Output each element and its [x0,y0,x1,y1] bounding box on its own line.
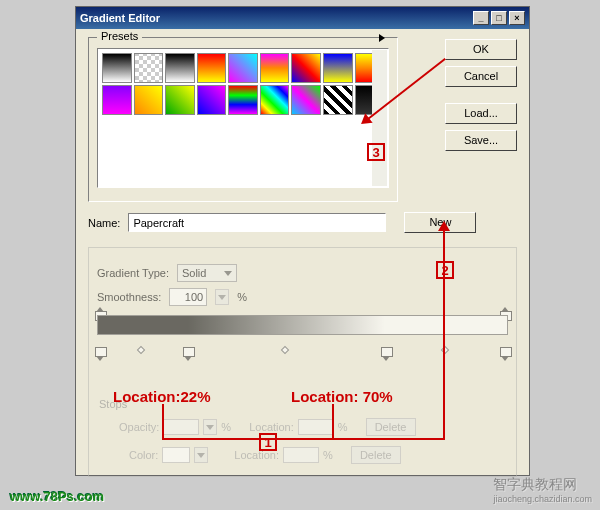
preset-swatch[interactable] [323,53,353,83]
color-location-input[interactable] [283,447,319,463]
opacity-input[interactable] [163,419,199,435]
minimize-button[interactable]: _ [473,11,489,25]
gradient-settings-group: Gradient Type: Solid Smoothness: % [88,247,517,477]
color-stop[interactable] [95,343,105,357]
color-label: Color: [129,449,158,461]
name-input[interactable] [128,213,386,232]
close-button[interactable]: × [509,11,525,25]
watermark-text: 智字典教程网 jiaocheng.chazidian.com [493,476,592,504]
preset-swatch[interactable] [291,53,321,83]
midpoint-marker[interactable] [441,346,449,354]
preset-swatch[interactable] [134,53,164,83]
preset-swatch[interactable] [260,53,290,83]
preset-swatch[interactable] [165,53,195,83]
preset-swatch[interactable] [197,53,227,83]
preset-swatch[interactable] [134,85,164,115]
smoothness-input[interactable] [169,288,207,306]
presets-label: Presets [97,30,142,42]
location-label: Location: [234,449,279,461]
load-button[interactable]: Load... [445,103,517,124]
preset-swatch[interactable] [228,53,258,83]
preset-swatch[interactable] [102,53,132,83]
new-button[interactable]: New [404,212,476,233]
opacity-stepper[interactable] [203,419,217,435]
maximize-button[interactable]: □ [491,11,507,25]
save-button[interactable]: Save... [445,130,517,151]
color-stop[interactable] [381,343,391,357]
preset-swatch[interactable] [323,85,353,115]
presets-group: Presets [88,37,398,202]
gradient-type-label: Gradient Type: [97,267,169,279]
midpoint-marker[interactable] [281,346,289,354]
color-swatch[interactable] [162,447,190,463]
preset-swatches [97,48,389,188]
delete-opacity-stop-button[interactable]: Delete [366,418,416,436]
preset-swatch[interactable] [228,85,258,115]
titlebar[interactable]: Gradient Editor _ □ × [76,7,529,29]
ok-button[interactable]: OK [445,39,517,60]
window-title: Gradient Editor [80,12,471,24]
preset-swatch[interactable] [165,85,195,115]
smoothness-stepper[interactable] [215,289,229,305]
watermark-logo: www.78Ps.com [10,489,104,504]
smoothness-unit: % [237,291,247,303]
gradient-type-select[interactable]: Solid [177,264,237,282]
color-picker-icon[interactable] [194,447,208,463]
preset-swatch[interactable] [197,85,227,115]
color-stop[interactable] [183,343,193,357]
delete-color-stop-button[interactable]: Delete [351,446,401,464]
location-label: Location: [249,421,294,433]
stops-label: Stops [99,398,127,410]
cancel-button[interactable]: Cancel [445,66,517,87]
preset-swatch[interactable] [291,85,321,115]
gradient-bar[interactable] [97,315,508,335]
smoothness-label: Smoothness: [97,291,161,303]
location-input[interactable] [298,419,334,435]
opacity-label: Opacity: [119,421,159,433]
gradient-editor-dialog: Gradient Editor _ □ × Presets OK Cancel … [75,6,530,476]
midpoint-marker[interactable] [137,346,145,354]
preset-swatch[interactable] [260,85,290,115]
color-stop[interactable] [500,343,510,357]
presets-scrollbar[interactable] [372,50,387,186]
name-label: Name: [88,217,120,229]
preset-swatch[interactable] [102,85,132,115]
gradient-track [97,315,508,361]
presets-menu-icon[interactable] [379,34,385,42]
